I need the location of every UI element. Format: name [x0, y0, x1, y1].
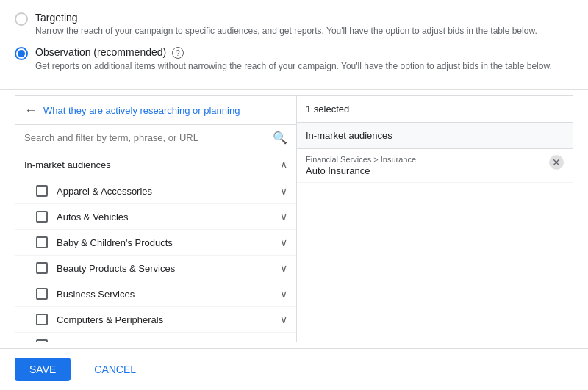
- left-panel: ← What they are actively researching or …: [15, 96, 297, 342]
- selected-item-name: Auto Insurance: [306, 165, 543, 176]
- search-input[interactable]: [24, 132, 267, 143]
- category-name: Computers & Peripherals: [57, 314, 280, 325]
- checkbox[interactable]: [36, 288, 48, 300]
- list-item[interactable]: Computers & Peripherals ∨: [15, 307, 296, 333]
- category-name: Apparel & Accessories: [57, 186, 280, 197]
- top-section: Targeting Narrow the reach of your campa…: [0, 0, 588, 90]
- list-item[interactable]: Apparel & Accessories ∨: [15, 178, 296, 204]
- expand-icon[interactable]: ∨: [280, 314, 287, 325]
- remove-button[interactable]: ✕: [549, 155, 564, 170]
- category-name: Consumer Electronics: [57, 340, 280, 342]
- category-name: Business Services: [57, 289, 280, 300]
- list-item[interactable]: Consumer Electronics ∨: [15, 333, 296, 342]
- categories-list: In-market audiences ∧ Apparel & Accessor…: [15, 151, 296, 342]
- page-wrapper: Targeting Narrow the reach of your campa…: [0, 0, 588, 390]
- checkbox[interactable]: [36, 262, 48, 274]
- list-item[interactable]: Baby & Children's Products ∨: [15, 230, 296, 256]
- observation-desc: Get reports on additional items without …: [35, 60, 552, 73]
- observation-label: Observation (recommended) ?: [35, 46, 552, 59]
- targeting-radio[interactable]: [15, 12, 28, 26]
- expand-icon[interactable]: ∨: [280, 236, 287, 248]
- checkbox[interactable]: [36, 236, 48, 248]
- right-panel: 1 selected In-market audiences Financial…: [297, 96, 573, 342]
- checkbox[interactable]: [36, 314, 48, 325]
- checkbox[interactable]: [36, 339, 48, 342]
- observation-radio[interactable]: [15, 47, 28, 60]
- help-icon[interactable]: ?: [172, 47, 184, 59]
- list-item[interactable]: Beauty Products & Services ∨: [15, 256, 296, 281]
- targeting-label: Targeting: [35, 12, 537, 24]
- expand-icon[interactable]: ∨: [280, 211, 287, 223]
- selected-group: In-market audiences: [297, 123, 573, 149]
- targeting-desc: Narrow the reach of your campaign to spe…: [35, 25, 537, 37]
- collapse-icon[interactable]: ∧: [280, 159, 287, 170]
- footer: SAVE CANCEL: [0, 348, 588, 390]
- audience-panel: ← What they are actively researching or …: [15, 95, 573, 342]
- selected-item-info: Financial Services > Insurance Auto Insu…: [306, 155, 543, 176]
- cancel-button[interactable]: CANCEL: [82, 358, 148, 381]
- targeting-option[interactable]: Targeting Narrow the reach of your campa…: [15, 12, 573, 37]
- checkbox[interactable]: [36, 185, 48, 197]
- category-name: Autos & Vehicles: [57, 212, 280, 223]
- expand-icon[interactable]: ∨: [280, 262, 287, 274]
- list-item[interactable]: Business Services ∨: [15, 281, 296, 307]
- back-arrow-icon[interactable]: ←: [24, 104, 37, 117]
- selected-item-path: Financial Services > Insurance: [306, 155, 543, 164]
- category-name: Baby & Children's Products: [57, 237, 280, 248]
- selected-header: 1 selected: [297, 96, 573, 123]
- expand-icon[interactable]: ∨: [280, 185, 287, 197]
- category-name: Beauty Products & Services: [57, 263, 280, 274]
- list-item[interactable]: Autos & Vehicles ∨: [15, 204, 296, 230]
- search-icon: 🔍: [273, 131, 287, 145]
- panel-header: ← What they are actively researching or …: [15, 96, 296, 125]
- search-box: 🔍: [15, 125, 296, 151]
- category-group-header: In-market audiences ∧: [15, 151, 296, 178]
- remove-icon: ✕: [552, 156, 561, 168]
- selected-group-title: In-market audiences: [306, 130, 392, 141]
- save-button[interactable]: SAVE: [15, 358, 71, 381]
- category-group-title: In-market audiences: [24, 159, 111, 170]
- selected-count: 1 selected: [306, 104, 349, 115]
- selected-item: Financial Services > Insurance Auto Insu…: [297, 149, 573, 183]
- checkbox[interactable]: [36, 211, 48, 223]
- observation-option[interactable]: Observation (recommended) ? Get reports …: [15, 46, 573, 73]
- expand-icon[interactable]: ∨: [280, 339, 287, 342]
- targeting-option-content: Targeting Narrow the reach of your campa…: [35, 12, 537, 37]
- observation-option-content: Observation (recommended) ? Get reports …: [35, 46, 552, 73]
- panel-title: What they are actively researching or pl…: [43, 105, 240, 116]
- expand-icon[interactable]: ∨: [280, 288, 287, 300]
